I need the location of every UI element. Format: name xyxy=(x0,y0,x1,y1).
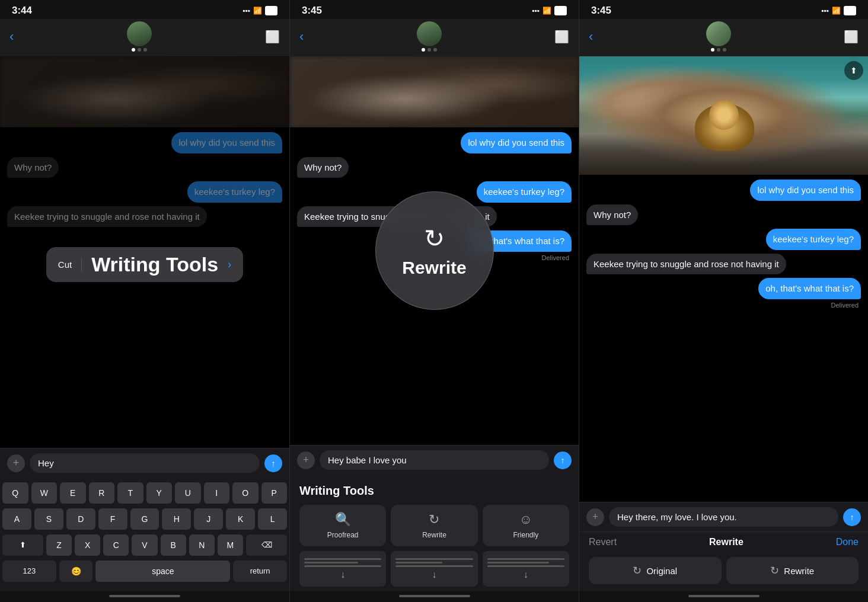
rewrite-option-button[interactable]: ↻ Rewrite xyxy=(726,557,859,584)
kb-y[interactable]: Y xyxy=(146,482,173,504)
nav-dots-3 xyxy=(711,48,726,52)
send-button-2[interactable]: ↑ xyxy=(554,451,572,469)
kb-l[interactable]: L xyxy=(258,508,287,530)
status-bar-2: 3:45 ▪▪▪ 📶 68 xyxy=(290,0,579,19)
done-button[interactable]: Done xyxy=(836,537,859,547)
kb-m[interactable]: M xyxy=(218,534,243,556)
share-button[interactable]: ⬆ xyxy=(844,61,863,80)
share-icon: ⬆ xyxy=(850,66,857,75)
message-input-3[interactable]: Hey there, my love. I love you. xyxy=(609,507,838,527)
message-input-1[interactable]: Hey xyxy=(30,453,260,473)
nav-dots-1 xyxy=(132,48,147,52)
wt-option-rewrite[interactable]: ↻ Rewrite xyxy=(391,505,477,546)
kb-t[interactable]: T xyxy=(117,482,143,504)
plus-icon-2: + xyxy=(303,454,309,466)
kb-v[interactable]: V xyxy=(132,534,157,556)
kb-row-3: ⬆ Z X C V B N M ⌫ xyxy=(2,534,287,556)
kb-f[interactable]: F xyxy=(98,508,127,530)
message-input-2[interactable]: Hey babe I love you xyxy=(320,450,549,470)
send-button-3[interactable]: ↑ xyxy=(843,508,861,526)
kb-numbers[interactable]: 123 xyxy=(2,561,56,582)
kb-shift[interactable]: ⬆ xyxy=(2,534,43,556)
result-toolbar: Revert Rewrite Done xyxy=(579,531,868,552)
context-menu-overlay: Cut Writing Tools › xyxy=(0,56,289,448)
kb-k[interactable]: K xyxy=(226,508,255,530)
kb-r[interactable]: R xyxy=(89,482,115,504)
revert-button[interactable]: Revert xyxy=(589,537,617,547)
kb-e[interactable]: E xyxy=(60,482,86,504)
msg-row: Why not? xyxy=(586,204,861,226)
chat-area-2: lol why did you send this Why not? keeke… xyxy=(290,56,579,445)
msg-row: Keekee trying to snuggle and rose not ha… xyxy=(586,254,861,275)
messages-3: lol why did you send this Why not? keeke… xyxy=(579,175,868,502)
nav-bar-1: ‹ ⬜ xyxy=(0,19,289,56)
kb-o[interactable]: O xyxy=(232,482,259,504)
msg-row: keekee's turkey leg? xyxy=(297,181,572,203)
kb-i[interactable]: I xyxy=(204,482,230,504)
cut-button[interactable]: Cut xyxy=(58,260,72,270)
kb-q[interactable]: Q xyxy=(2,482,28,504)
nav-dots-2 xyxy=(422,48,437,52)
plus-button-3[interactable]: + xyxy=(586,508,604,526)
message-bubble: Why not? xyxy=(297,157,349,178)
kb-d[interactable]: D xyxy=(66,508,95,530)
writing-tools-previews: ↓ ↓ ↓ xyxy=(299,551,569,587)
context-menu[interactable]: Cut Writing Tools › xyxy=(46,247,243,282)
message-bubble: Keekee trying to snuggle and rose not ha… xyxy=(586,254,786,275)
wt-option-friendly[interactable]: ☺ Friendly xyxy=(483,505,569,546)
back-button-3[interactable]: ‹ xyxy=(589,29,593,44)
kb-g[interactable]: G xyxy=(130,508,159,530)
video-button-3[interactable]: ⬜ xyxy=(844,30,859,44)
preview-arrow-3: ↓ xyxy=(524,569,528,580)
original-option-icon: ↻ xyxy=(633,564,642,577)
result-toolbar-title: Rewrite xyxy=(709,537,743,547)
nav-center-2 xyxy=(417,21,442,52)
kb-return[interactable]: return xyxy=(233,561,287,582)
wt-preview-1[interactable]: ↓ xyxy=(299,551,386,587)
original-option-button[interactable]: ↻ Original xyxy=(589,557,722,584)
friendly-label: Friendly xyxy=(513,531,538,539)
kb-s[interactable]: S xyxy=(34,508,63,530)
plus-icon-3: + xyxy=(592,511,599,523)
kb-a[interactable]: A xyxy=(2,508,31,530)
input-text-1: Hey xyxy=(38,458,54,468)
signal-icon-3: ▪▪▪ xyxy=(821,7,829,15)
phone-3: 3:45 ▪▪▪ 📶 68 ‹ ⬜ xyxy=(579,0,868,602)
nav-bar-2: ‹ ⬜ xyxy=(290,19,579,56)
back-button-2[interactable]: ‹ xyxy=(299,29,304,44)
kb-p[interactable]: P xyxy=(261,482,288,504)
wt-preview-2[interactable]: ↓ xyxy=(391,551,477,587)
kb-x[interactable]: X xyxy=(75,534,100,556)
wt-option-proofread[interactable]: 🔍 Proofread xyxy=(299,505,386,546)
kb-n[interactable]: N xyxy=(189,534,215,556)
wt-preview-3[interactable]: ↓ xyxy=(483,551,569,587)
kb-j[interactable]: J xyxy=(194,508,223,530)
plus-button-2[interactable]: + xyxy=(297,451,315,469)
video-button-2[interactable]: ⬜ xyxy=(554,30,569,44)
delivered-label-3: Delivered xyxy=(586,302,861,309)
writing-tools-label[interactable]: Writing Tools xyxy=(91,253,218,276)
kb-c[interactable]: C xyxy=(103,534,129,556)
proofread-label: Proofread xyxy=(327,531,359,539)
kb-w[interactable]: W xyxy=(31,482,58,504)
menu-divider xyxy=(81,258,82,272)
kb-backspace[interactable]: ⌫ xyxy=(246,534,287,556)
battery-3: 68 xyxy=(844,6,856,15)
video-button-1[interactable]: ⬜ xyxy=(265,30,280,44)
kb-u[interactable]: U xyxy=(175,482,201,504)
back-button-1[interactable]: ‹ xyxy=(9,29,14,44)
avatar-1 xyxy=(127,21,152,46)
status-icons-1: ▪▪▪ 📶 68 xyxy=(242,6,277,15)
status-time-3: 3:45 xyxy=(591,5,611,17)
proofread-icon: 🔍 xyxy=(335,512,351,527)
msg-row: oh, that's what that is? xyxy=(586,278,861,299)
send-button-1[interactable]: ↑ xyxy=(264,454,282,472)
kb-emoji[interactable]: 😊 xyxy=(59,561,93,582)
kb-b[interactable]: B xyxy=(161,534,186,556)
wifi-icon-1: 📶 xyxy=(253,7,262,15)
kb-h[interactable]: H xyxy=(162,508,191,530)
kb-z[interactable]: Z xyxy=(46,534,72,556)
plus-button-1[interactable]: + xyxy=(7,454,25,472)
kb-space[interactable]: space xyxy=(95,561,230,582)
avatar-3 xyxy=(706,21,731,46)
